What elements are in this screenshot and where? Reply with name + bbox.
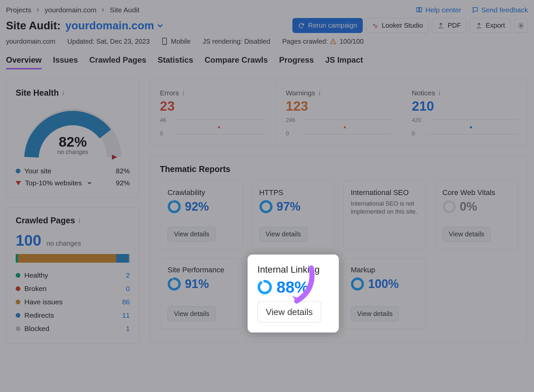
meta-pages-crawled: Pages crawled: 100/100 — [282, 38, 364, 45]
chevron-down-icon — [87, 181, 92, 185]
book-icon — [416, 6, 423, 14]
progress-ring-icon — [351, 277, 364, 291]
send-feedback-link[interactable]: Send feedback — [471, 6, 528, 14]
view-details-button[interactable]: View details — [168, 227, 216, 242]
thematic-reports-card: Thematic Reports Crawlability92%View det… — [150, 156, 528, 343]
crawled-pages-title: Crawled Pages i — [16, 216, 130, 225]
thematic-card-markup: Markup100%View details — [343, 258, 426, 329]
svg-point-11 — [444, 201, 455, 212]
info-icon[interactable]: i — [318, 89, 320, 97]
sparkline: 4200 — [412, 117, 518, 137]
chevron-right-icon — [101, 8, 105, 12]
bar-segment — [16, 254, 18, 263]
crawled-row[interactable]: Healthy2 — [16, 269, 130, 282]
crawled-row[interactable]: Blocked1 — [16, 322, 130, 335]
view-details-button[interactable]: View details — [168, 306, 216, 321]
sparkline: 460 — [160, 117, 265, 137]
chevron-down-icon — [157, 22, 164, 29]
card-message: International SEO is not implemented on … — [351, 200, 419, 216]
tabs: OverviewIssuesCrawled PagesStatisticsCom… — [6, 55, 528, 70]
meta-js: JS rendering: Disabled — [203, 38, 270, 45]
breadcrumb-item[interactable]: Site Audit — [110, 6, 140, 14]
bar-segment — [129, 254, 130, 263]
pdf-button[interactable]: PDF — [432, 18, 467, 33]
stat-warnings: Warnings i1232460 — [276, 80, 402, 146]
dot-icon — [16, 286, 20, 291]
tab-overview[interactable]: Overview — [6, 55, 42, 69]
card-value: 92% — [168, 200, 235, 214]
thematic-card-internal-linking: Internal Linking88%View details — [247, 254, 338, 332]
card-value: 97% — [259, 200, 327, 214]
card-value: 91% — [168, 277, 235, 291]
card-title: Crawlability — [168, 188, 235, 197]
dot-icon — [16, 300, 20, 304]
meta-domain: yourdomain.com — [6, 38, 55, 45]
looker-studio-button[interactable]: Looker Studio — [366, 18, 429, 33]
sparkline: 2460 — [286, 117, 391, 137]
rerun-campaign-button[interactable]: Rerun campaign — [292, 18, 363, 33]
settings-button[interactable] — [514, 19, 528, 33]
crawled-row[interactable]: Redirects11 — [16, 309, 130, 322]
thematic-card-site-performance: Site Performance91%View details — [160, 258, 243, 329]
legend-your-site: Your site 82% — [16, 165, 130, 177]
crawled-bar — [16, 254, 130, 263]
tab-issues[interactable]: Issues — [53, 55, 78, 69]
meta-info: yourdomain.com Updated: Sat, Dec 23, 202… — [6, 38, 528, 45]
view-details-button[interactable]: View details — [351, 306, 399, 321]
progress-ring-icon — [443, 200, 456, 213]
crawled-row[interactable]: Have issues86 — [16, 295, 130, 309]
domain-selector[interactable]: yourdomain.com — [65, 19, 164, 32]
bar-segment — [116, 254, 129, 263]
tab-js-impact[interactable]: JS Impact — [325, 55, 363, 69]
legend-top10[interactable]: Top-10% websites 92% — [16, 177, 130, 189]
stat-value: 123 — [286, 99, 391, 114]
stat-notices: Notices i2104200 — [402, 80, 528, 146]
view-details-button[interactable]: View details — [257, 301, 321, 323]
tab-compare-crawls[interactable]: Compare Crawls — [205, 55, 268, 69]
crawled-count: 100 — [16, 231, 41, 249]
tab-statistics[interactable]: Statistics — [158, 55, 193, 69]
view-details-button[interactable]: View details — [259, 227, 307, 242]
domain-name: yourdomain.com — [65, 19, 154, 32]
card-title: Core Web Vitals — [443, 188, 510, 197]
export-button[interactable]: Export — [470, 18, 511, 33]
info-icon[interactable]: i — [62, 89, 64, 97]
svg-point-14 — [169, 279, 180, 289]
info-icon[interactable]: i — [182, 89, 184, 97]
info-icon[interactable]: i — [78, 216, 80, 225]
crawled-row[interactable]: Broken0 — [16, 282, 130, 295]
warning-icon — [330, 38, 338, 45]
info-icon[interactable]: i — [439, 89, 441, 97]
svg-point-16 — [259, 281, 270, 293]
thematic-card-crawlability: Crawlability92%View details — [160, 181, 243, 249]
crawled-sub: no changes — [46, 240, 81, 247]
tab-crawled-pages[interactable]: Crawled Pages — [89, 55, 146, 69]
stat-value: 23 — [160, 99, 265, 114]
card-title: Markup — [351, 266, 419, 274]
dot-icon — [16, 326, 20, 331]
meta-updated: Updated: Sat, Dec 23, 2023 — [67, 38, 150, 45]
tab-progress[interactable]: Progress — [279, 55, 314, 69]
help-center-link[interactable]: Help center — [416, 6, 461, 14]
progress-ring-icon — [257, 280, 272, 294]
gauge-sub: no changes — [21, 149, 124, 156]
card-value: 0% — [443, 200, 510, 214]
breadcrumb-item[interactable]: Projects — [6, 6, 31, 14]
card-value: 88% — [257, 278, 329, 296]
svg-point-5 — [333, 43, 333, 43]
svg-point-10 — [261, 201, 271, 212]
svg-point-18 — [352, 279, 363, 289]
view-details-button[interactable]: View details — [443, 227, 491, 242]
thematic-card-core-web-vitals: Core Web Vitals0%View details — [435, 181, 518, 249]
looker-icon — [372, 22, 378, 29]
mobile-icon — [162, 38, 167, 45]
stat-value: 210 — [412, 99, 518, 114]
progress-ring-icon — [168, 200, 181, 213]
upload-icon — [438, 22, 444, 29]
breadcrumb-item[interactable]: yourdomain.com — [45, 6, 96, 14]
feedback-label: Send feedback — [481, 6, 528, 14]
pdf-label: PDF — [448, 22, 461, 29]
upload-icon — [476, 22, 482, 29]
bar-segment — [18, 254, 116, 263]
progress-ring-icon — [168, 277, 181, 291]
